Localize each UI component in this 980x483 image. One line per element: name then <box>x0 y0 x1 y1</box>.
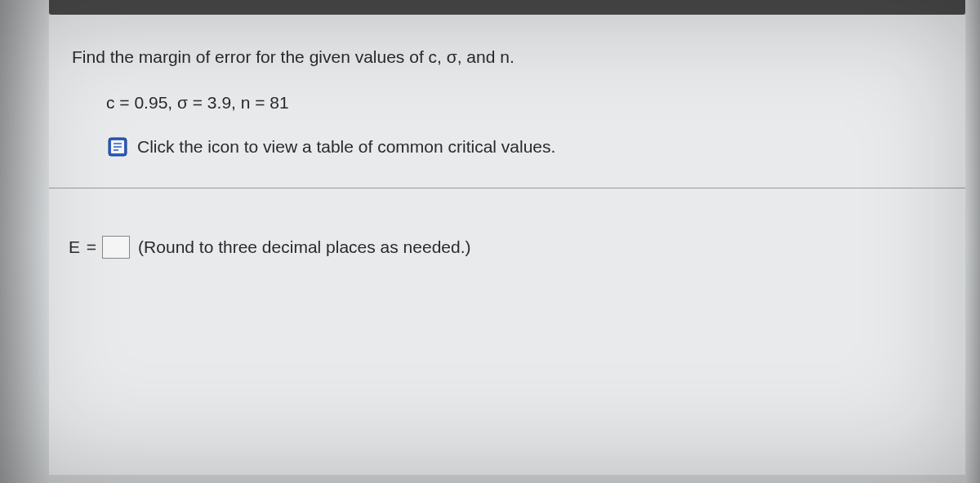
answer-label: E = <box>69 237 97 257</box>
answer-row: E = (Round to three decimal places as ne… <box>69 236 942 259</box>
answer-input[interactable] <box>102 236 130 259</box>
answer-hint: (Round to three decimal places as needed… <box>138 237 470 257</box>
question-prompt: Find the margin of error for the given v… <box>72 47 942 67</box>
right-edge-shadow <box>965 0 980 483</box>
critical-values-link-row: Click the icon to view a table of common… <box>106 135 942 158</box>
given-values: c = 0.95, σ = 3.9, n = 81 <box>106 93 942 113</box>
question-panel: Find the margin of error for the given v… <box>49 15 965 475</box>
left-edge-shadow <box>0 0 49 483</box>
window-top-border <box>49 0 965 15</box>
critical-values-link[interactable]: Click the icon to view a table of common… <box>137 137 555 157</box>
section-divider <box>49 188 965 188</box>
book-icon[interactable] <box>106 135 129 158</box>
